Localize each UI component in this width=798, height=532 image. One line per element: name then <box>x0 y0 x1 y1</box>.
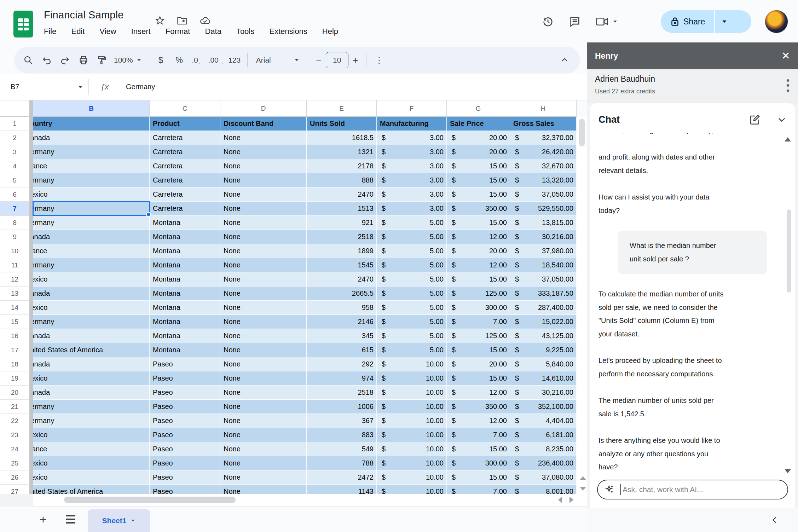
all-sheets-icon[interactable] <box>63 511 79 527</box>
cell-units-sold[interactable]: 2178 <box>307 159 377 173</box>
cell-sale-price[interactable]: $20.00 <box>447 357 510 371</box>
row-header-13[interactable]: 13 <box>0 287 30 301</box>
cell-sale-price[interactable]: $12.00 <box>447 230 510 244</box>
cell-sale-price[interactable]: $12.00 <box>447 386 510 400</box>
cell-gross-sales[interactable]: $18,540.00 <box>510 258 577 272</box>
cell-gross-sales[interactable]: $352,100.00 <box>510 400 577 414</box>
cell-manufacturing[interactable]: $3.00 <box>377 202 447 216</box>
cell-sale-price[interactable]: $15.00 <box>447 272 510 287</box>
cell-discount[interactable]: None <box>220 456 307 470</box>
font-family-select[interactable]: Arial <box>251 51 304 69</box>
cell-units-sold[interactable]: 2472 <box>307 470 377 485</box>
cell-product[interactable]: Montana <box>150 301 220 315</box>
cell-manufacturing[interactable]: $5.00 <box>377 244 447 258</box>
cell-manufacturing[interactable]: $10.00 <box>377 371 447 386</box>
cell-product[interactable]: Paseo <box>150 442 220 456</box>
fill-handle[interactable] <box>146 212 151 217</box>
menu-data[interactable]: Data <box>205 27 221 36</box>
cell-sale-price[interactable]: $7.00 <box>447 315 510 329</box>
cell-sale-price[interactable]: $12.00 <box>447 258 510 272</box>
header-units-sold[interactable]: Units Sold <box>307 117 377 131</box>
row-header-27[interactable]: 27 <box>0 485 30 494</box>
cell-product[interactable]: Carretera <box>150 145 220 159</box>
cell-manufacturing[interactable]: $10.00 <box>377 442 447 456</box>
cell-manufacturing[interactable]: $10.00 <box>377 357 447 371</box>
cell-manufacturing[interactable]: $5.00 <box>377 329 447 343</box>
cell-units-sold[interactable]: 292 <box>307 357 377 371</box>
cell-discount[interactable]: None <box>220 343 307 357</box>
font-size-input[interactable]: 10 <box>326 52 348 68</box>
cell-country[interactable]: France <box>33 244 150 258</box>
redo-icon[interactable] <box>56 51 74 69</box>
cell-units-sold[interactable]: 1545 <box>307 258 377 272</box>
row-header-12[interactable]: 12 <box>0 272 30 287</box>
cell-manufacturing[interactable]: $10.00 <box>377 456 447 470</box>
scroll-left-icon[interactable] <box>558 497 562 503</box>
row-header-5[interactable]: 5 <box>0 173 30 187</box>
sheet-tab[interactable]: Sheet1 <box>88 509 150 532</box>
row-header-3[interactable]: 3 <box>0 145 30 159</box>
cell-sale-price[interactable]: $15.00 <box>447 159 510 173</box>
chat-scroll-down-icon[interactable] <box>785 469 791 473</box>
cell-sale-price[interactable]: $125.00 <box>447 287 510 301</box>
cell-units-sold[interactable]: 888 <box>307 173 377 187</box>
cell-units-sold[interactable]: 974 <box>307 371 377 386</box>
format-percent-button[interactable]: % <box>170 51 189 69</box>
cell-product[interactable]: Montana <box>150 343 220 357</box>
cell-product[interactable]: Paseo <box>150 414 220 428</box>
cloud-saved-icon[interactable] <box>200 16 211 25</box>
cell-manufacturing[interactable]: $10.00 <box>377 386 447 400</box>
cell-discount[interactable]: None <box>220 470 307 485</box>
cell-manufacturing[interactable]: $5.00 <box>377 315 447 329</box>
cell-sale-price[interactable]: $300.00 <box>447 456 510 470</box>
cell-sale-price[interactable]: $350.00 <box>447 400 510 414</box>
cell-gross-sales[interactable]: $4,404.00 <box>510 414 577 428</box>
cell-product[interactable]: Carretera <box>150 187 220 202</box>
cell-country[interactable]: France <box>33 442 150 456</box>
search-menus-icon[interactable] <box>19 51 37 69</box>
menu-edit[interactable]: Edit <box>71 27 85 36</box>
cell-gross-sales[interactable]: $15,022.00 <box>510 315 577 329</box>
row-header-24[interactable]: 24 <box>0 442 30 456</box>
cell-discount[interactable]: None <box>220 202 307 216</box>
cell-sale-price[interactable]: $125.00 <box>447 329 510 343</box>
cell-sale-price[interactable]: $7.00 <box>447 428 510 442</box>
cell-manufacturing[interactable]: $3.00 <box>377 145 447 159</box>
cell-manufacturing[interactable]: $3.00 <box>377 173 447 187</box>
cell-country[interactable]: Germany <box>33 258 150 272</box>
cell-country[interactable]: Germany <box>33 414 150 428</box>
cell-units-sold[interactable]: 2518 <box>307 230 377 244</box>
cell-country[interactable]: Mexico <box>33 456 150 470</box>
cell-sale-price[interactable]: $15.00 <box>447 187 510 202</box>
row-header-26[interactable]: 26 <box>0 470 30 485</box>
row-header-20[interactable]: 20 <box>0 386 30 400</box>
cell-country[interactable]: France <box>33 159 150 173</box>
menu-help[interactable]: Help <box>322 27 338 36</box>
cell-discount[interactable]: None <box>220 216 307 230</box>
row-header-17[interactable]: 17 <box>0 343 30 357</box>
cell-product[interactable]: Montana <box>150 315 220 329</box>
column-header-C[interactable]: C <box>150 100 220 117</box>
cell-country[interactable]: Germany <box>33 216 150 230</box>
comments-icon[interactable] <box>569 16 581 28</box>
cell-sale-price[interactable]: $20.00 <box>447 131 510 145</box>
avatar[interactable] <box>765 10 788 33</box>
cell-gross-sales[interactable]: $9,225.00 <box>510 343 577 357</box>
column-header-F[interactable]: F <box>377 100 447 117</box>
collapse-panel-icon[interactable] <box>770 515 780 525</box>
share-button[interactable]: Share <box>661 10 751 33</box>
menu-extensions[interactable]: Extensions <box>269 27 307 36</box>
row-header-22[interactable]: 22 <box>0 414 30 428</box>
row-header-18[interactable]: 18 <box>0 357 30 371</box>
scroll-down-icon[interactable] <box>580 487 586 491</box>
meet-video-icon[interactable] <box>596 16 608 27</box>
menu-format[interactable]: Format <box>166 27 190 36</box>
add-sheet-button[interactable]: + <box>35 511 51 527</box>
cell-product[interactable]: Paseo <box>150 470 220 485</box>
header-discount-band[interactable]: Discount Band <box>220 117 307 131</box>
cell-country[interactable]: Mexico <box>33 187 150 202</box>
cell-country[interactable]: Canada <box>33 357 150 371</box>
cell-product[interactable]: Montana <box>150 258 220 272</box>
new-chat-icon[interactable] <box>749 114 761 125</box>
cell-units-sold[interactable]: 1513 <box>307 202 377 216</box>
